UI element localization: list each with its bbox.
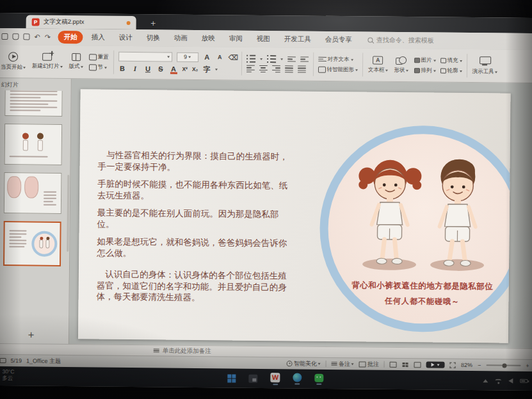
section-button[interactable]: 节 (88, 63, 108, 71)
zoom-out-button[interactable]: − (478, 362, 481, 368)
toolbar-divider (113, 51, 113, 74)
zoom-level: 82% (461, 362, 472, 368)
notes-toggle-button[interactable]: 备注 (332, 359, 354, 368)
bold-button[interactable]: B (118, 65, 126, 72)
arrange-button[interactable]: 排列 (414, 67, 435, 74)
italic-button[interactable]: I (131, 65, 139, 72)
fill-button[interactable]: 填充 (440, 56, 462, 64)
reset-button[interactable]: 重置 (89, 53, 109, 61)
tab-developer[interactable]: 开发工具 (278, 33, 317, 46)
tab-view[interactable]: 视图 (251, 33, 276, 45)
tab-design[interactable]: 设计 (113, 31, 138, 44)
redo-icon[interactable]: ↷ (45, 33, 51, 40)
justify-icon[interactable] (284, 65, 293, 72)
command-search[interactable]: 查找命令、搜索模板 (368, 36, 434, 45)
add-slide-button[interactable]: ＋ (0, 325, 69, 344)
smart-graphic-button[interactable]: 转智能图形 (318, 65, 358, 74)
reading-view-icon[interactable] (414, 362, 421, 368)
tab-home[interactable]: 开始 (58, 31, 83, 44)
outline-button[interactable]: 轮廓 (440, 67, 462, 74)
layout-button[interactable]: 版式 (65, 47, 86, 77)
numbered-list-icon[interactable] (267, 55, 276, 63)
layout-icon (72, 53, 81, 61)
align-right-icon[interactable] (271, 65, 280, 72)
tab-slideshow[interactable]: 放映 (196, 32, 221, 45)
subscript-button[interactable]: X₂ (192, 66, 198, 72)
chevron-down-icon (355, 69, 358, 72)
wps-w-icon: W (270, 373, 280, 382)
bullet-list-icon[interactable] (246, 54, 255, 63)
font-name-select[interactable] (118, 51, 172, 61)
clear-format-icon[interactable]: ⌫ (229, 53, 237, 61)
smart-beautify-button[interactable]: 智能美化 (287, 359, 321, 368)
picture-label: 图片 (421, 56, 432, 64)
increase-indent-icon[interactable] (300, 56, 309, 61)
zoom-slider[interactable] (486, 364, 520, 366)
thumbnail-boy-figure (36, 133, 44, 152)
circle-illustration[interactable]: 背心和小裤衩遮住的地方都是隐私部位 任何人都不能碰哦～ (319, 125, 511, 333)
theme-name[interactable]: 1_Office 主题 (26, 357, 61, 366)
align-center-icon[interactable] (259, 65, 267, 72)
wifi-icon[interactable] (495, 379, 501, 382)
volume-icon[interactable] (508, 379, 513, 384)
slide-thumbnail-text[interactable] (4, 90, 63, 117)
presentation-tools-button[interactable]: 演示工具 (469, 51, 500, 81)
fit-to-window-icon[interactable] (450, 362, 456, 368)
font-size-select[interactable]: 9 (177, 52, 198, 61)
wps-office-button[interactable]: W (270, 373, 280, 385)
comments-button[interactable]: 批注 (359, 360, 379, 368)
slide-text-block[interactable]: 与性器官相关的行为界限：摸自己的生殖器时，手一定要保持干净。 手脏的时候不能摸，… (96, 149, 291, 311)
save-icon[interactable] (1, 33, 8, 40)
slide-thumbnail-anatomy[interactable] (3, 172, 61, 214)
chevron-down-icon (318, 363, 321, 366)
file-explorer-button[interactable] (248, 374, 257, 382)
slide-paragraph: 认识自己的身体：认识身体的各个部位包括生殖器官，知道它们的名字和功能。并且爱护自… (96, 269, 289, 305)
thumbnail-boy-figure (45, 240, 49, 248)
new-slide-button[interactable]: 新建幻灯片 (29, 46, 66, 77)
battery-icon[interactable] (520, 379, 528, 383)
tab-animation[interactable]: 动画 (168, 32, 193, 45)
chevron-down-icon (280, 58, 283, 61)
tab-review[interactable]: 审阅 (223, 32, 248, 45)
output-icon[interactable] (12, 33, 19, 40)
strikethrough-button[interactable]: S (156, 65, 165, 72)
tab-transition[interactable]: 切换 (141, 31, 166, 44)
text-box-button[interactable]: A 文本框 (365, 49, 391, 79)
shapes-button[interactable]: 形状 (391, 50, 411, 80)
distribute-icon[interactable] (297, 66, 305, 73)
increase-font-icon[interactable]: A (203, 53, 211, 61)
browser-button[interactable] (293, 373, 302, 384)
align-text-button[interactable]: 对齐文本 (318, 55, 359, 63)
normal-view-icon[interactable] (390, 361, 397, 367)
align-text-icon (318, 56, 326, 61)
wechat-button[interactable] (314, 373, 323, 384)
play-from-current-button[interactable]: 当页开始 (0, 46, 29, 76)
picture-button[interactable]: 图片 (414, 56, 436, 64)
toolbar-divider (312, 53, 313, 76)
windows-start-button[interactable] (227, 374, 236, 382)
text-effect-button[interactable]: 字 (202, 65, 211, 74)
font-color-button[interactable]: A (169, 65, 177, 73)
weather-widget[interactable]: 30°C 多云 (2, 369, 14, 382)
slide-sorter-view-icon[interactable] (402, 362, 409, 368)
decrease-font-icon[interactable]: A (216, 54, 224, 60)
active-app-indicator (273, 384, 278, 385)
slide-thumbnail-kids[interactable] (4, 124, 62, 165)
tray-expand-icon[interactable] (483, 377, 488, 382)
tab-member[interactable]: 会员专享 (319, 33, 358, 47)
print-icon[interactable] (23, 33, 29, 40)
reset-label: 重置 (98, 53, 109, 61)
superscript-button[interactable]: X² (182, 66, 188, 72)
slideshow-play-button[interactable] (426, 361, 445, 368)
slide-canvas[interactable]: 与性器官相关的行为界限：摸自己的生殖器时，手一定要保持干净。 手脏的时候不能摸，… (78, 89, 511, 343)
zoom-in-button[interactable]: + (526, 362, 529, 369)
slide-thumbnail-current[interactable] (3, 221, 61, 266)
align-left-icon[interactable] (246, 65, 254, 72)
document-tab[interactable]: P 文字文稿2.pptx (26, 15, 136, 29)
chevron-down-icon (80, 66, 83, 69)
undo-icon[interactable]: ↶ (34, 33, 40, 40)
new-tab-button[interactable]: ＋ (149, 16, 157, 29)
decrease-indent-icon[interactable] (287, 56, 296, 61)
tab-insert[interactable]: 插入 (86, 31, 111, 44)
underline-button[interactable]: U (143, 65, 152, 72)
